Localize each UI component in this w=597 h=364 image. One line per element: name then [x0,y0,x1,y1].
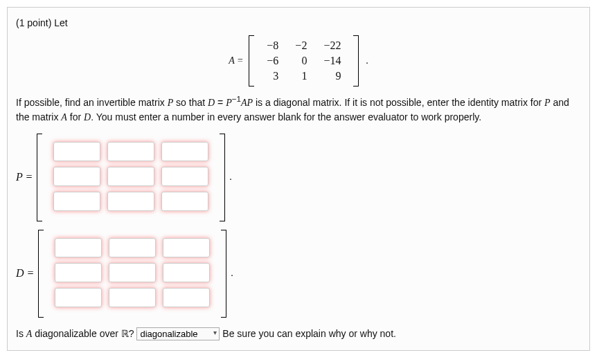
p-1-0[interactable] [53,167,100,186]
a-1-2: −14 [315,53,349,69]
d-matrix-inputs [48,233,217,313]
instruction-text: If possible, find an invertible matrix P… [16,93,581,125]
matrix-a-suffix: . [366,55,368,66]
a-0-1: −2 [287,38,315,53]
p-label: P = [16,171,33,183]
p-1-1[interactable] [107,167,154,186]
d-0-2[interactable] [163,238,210,257]
question-prefix: Is A diagonalizable over ℝ? [16,328,134,339]
a-2-0: 3 [258,69,287,84]
p-2-1[interactable] [107,192,154,211]
d-1-1[interactable] [109,263,156,282]
left-bracket [249,35,254,87]
matrix-a-display: A = −8 −2 −22 −6 0 −14 3 [16,35,581,87]
d-period: . [231,268,233,279]
d-left-bracket [38,230,44,318]
diagonalizable-question-line: Is A diagonalizable over ℝ? diagonalizab… [16,327,581,340]
a-0-0: −8 [258,38,287,53]
matrix-a-body: −8 −2 −22 −6 0 −14 3 1 9 [258,38,349,84]
p-right-bracket [220,134,225,221]
p-period: . [229,172,232,183]
p-left-bracket [37,134,42,221]
question-note: Be sure you can explain why or why not. [222,328,396,339]
a-1-0: −6 [258,53,287,69]
p-matrix-inputs [46,136,215,217]
diagonalizable-select[interactable]: diagonalizable [136,327,220,340]
d-right-bracket [221,230,226,318]
a-0-2: −22 [315,38,349,53]
d-2-1[interactable] [109,288,156,307]
d-2-0[interactable] [55,288,102,307]
right-bracket [353,35,359,87]
d-0-0[interactable] [55,238,102,257]
p-0-1[interactable] [107,142,154,161]
p-2-0[interactable] [53,192,100,211]
a-2-2: 9 [315,69,349,84]
matrix-a-prefix: A = [229,55,243,66]
d-1-2[interactable] [163,263,210,282]
a-2-1: 1 [287,69,315,84]
d-0-1[interactable] [109,238,156,257]
p-2-2[interactable] [161,192,208,211]
p-0-2[interactable] [161,142,208,161]
a-1-1: 0 [287,53,315,69]
p-1-2[interactable] [161,167,208,186]
points-line: (1 point) Let [16,16,581,30]
d-2-2[interactable] [163,288,210,307]
d-1-0[interactable] [55,263,102,282]
d-label: D = [16,267,34,280]
p-0-0[interactable] [53,142,100,161]
